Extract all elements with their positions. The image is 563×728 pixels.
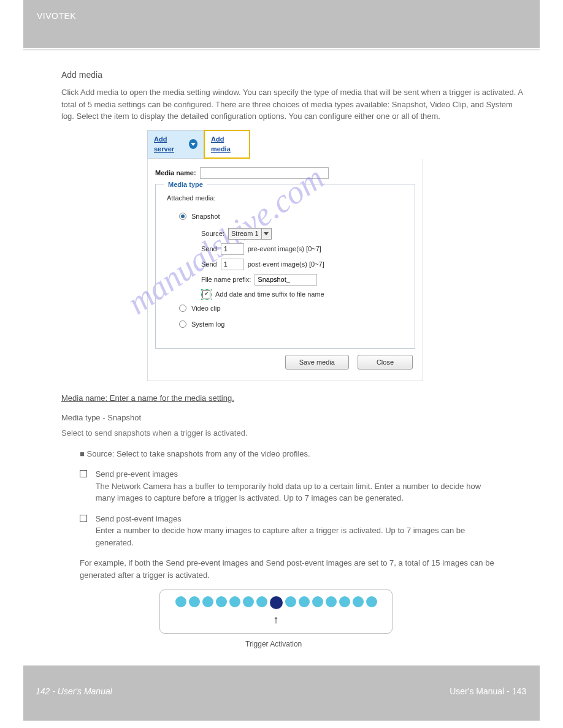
send-pre-label: Send <box>201 244 217 254</box>
chevron-down-icon[interactable] <box>261 229 271 239</box>
page-number-right: User's Manual - 143 <box>450 686 526 696</box>
tab-add-media-label: Add media <box>211 134 243 154</box>
post-event-title: Send post-event images <box>96 514 182 523</box>
pre-event-input[interactable] <box>221 243 244 255</box>
intro-paragraph: Click Add media to open the media settin… <box>61 86 526 123</box>
dropdown-icon[interactable] <box>189 139 197 149</box>
media-type-snapshot-text: Select to send snapshots when a trigger … <box>61 427 526 439</box>
checkbox-icon <box>80 470 87 477</box>
source-item: ■ Source: Select to take snapshots from … <box>80 448 526 460</box>
post-event-input[interactable] <box>221 259 244 270</box>
prefix-input[interactable] <box>255 274 317 286</box>
footer-bar: 142 - User's Manual User's Manual - 143 <box>23 665 540 721</box>
media-name-desc: Media name: Enter a name for the media s… <box>61 392 526 404</box>
circles-row <box>167 596 385 609</box>
arrow-up-icon: ↑ <box>167 612 385 628</box>
source-select[interactable]: Stream 1 <box>228 228 272 240</box>
attached-media-label: Attached media: <box>167 193 404 203</box>
radio-videoclip-label: Video clip <box>191 303 221 314</box>
media-type-legend: Media type <box>164 180 207 190</box>
add-media-dialog: manualshive.com Add server Add media Med… <box>147 130 423 382</box>
radio-videoclip[interactable] <box>179 305 186 312</box>
radio-systemlog[interactable] <box>179 320 186 328</box>
pre-event-title: Send pre-event images <box>96 469 178 479</box>
checkbox-icon <box>80 515 87 522</box>
post-event-desc: Enter a number to decide how many images… <box>96 526 465 547</box>
trigger-circle <box>270 596 283 609</box>
save-media-button[interactable]: Save media <box>285 355 349 370</box>
media-type-snapshot-title: Media type - Snapshot <box>61 412 526 424</box>
tab-add-server-label: Add server <box>154 134 185 154</box>
media-name-input[interactable] <box>200 167 329 179</box>
tab-add-server[interactable]: Add server <box>147 130 204 159</box>
radio-systemlog-label: System log <box>191 319 224 330</box>
prefix-label: File name prefix: <box>201 275 251 285</box>
example-text: For example, if both the Send pre-event … <box>80 557 526 581</box>
source-select-value: Stream 1 <box>231 229 259 239</box>
tab-add-media[interactable]: Add media <box>204 130 250 159</box>
post-event-text: post-event image(s) [0~7] <box>248 259 324 270</box>
source-label: Source: <box>201 229 224 239</box>
page-number-left: 142 - User's Manual <box>36 686 112 696</box>
send-post-label: Send <box>201 259 217 270</box>
radio-snapshot-label: Snapshot <box>191 211 220 222</box>
suffix-label: Add date and time suffix to file name <box>215 289 324 300</box>
image-timeline-diagram: ↑ <box>159 590 393 634</box>
media-name-label: Media name: <box>155 168 196 178</box>
radio-snapshot[interactable] <box>179 213 186 220</box>
section-title-add-media: Add media <box>61 69 526 82</box>
pre-event-text: pre-event image(s) [0~7] <box>248 244 321 254</box>
pre-event-desc: The Network Camera has a buffer to tempo… <box>96 482 481 503</box>
trigger-caption: Trigger Activation <box>245 639 526 650</box>
suffix-checkbox[interactable] <box>202 290 210 298</box>
close-button[interactable]: Close <box>358 355 413 370</box>
